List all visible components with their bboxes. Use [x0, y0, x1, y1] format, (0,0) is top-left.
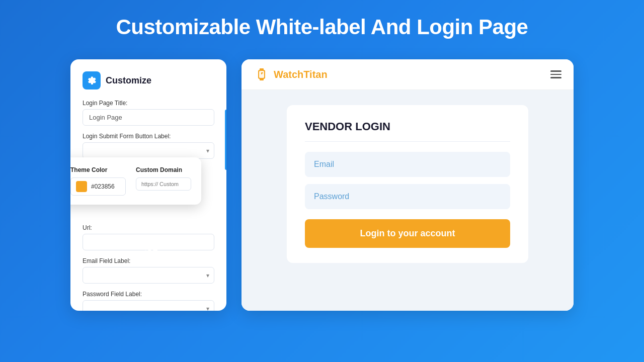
- svg-rect-2: [260, 68, 264, 70]
- login-card: VENDOR LOGIN Login to your account: [287, 105, 528, 263]
- login-nav: WatchTitan: [242, 59, 574, 90]
- password-select-wrapper: ▾: [83, 300, 214, 311]
- color-input-row[interactable]: #023856: [70, 177, 126, 196]
- svg-rect-3: [260, 78, 264, 80]
- email-field-label-field: Email Field Label: ▾: [83, 257, 214, 284]
- email-input[interactable]: [305, 152, 510, 177]
- brand-name-part2: Titan: [303, 69, 327, 80]
- login-content: VENDOR LOGIN Login to your account: [242, 90, 574, 311]
- divider-accent: [225, 110, 226, 170]
- login-panel: WatchTitan VENDOR LOGIN Login to your ac…: [242, 59, 574, 311]
- login-page-title-label: Login Page Title:: [83, 100, 214, 107]
- panels-container: Customize Login Page Title: Login Submit…: [70, 59, 574, 311]
- login-button[interactable]: Login to your account: [305, 219, 510, 248]
- custom-domain-field: Custom Domain: [136, 166, 191, 191]
- email-field-label-label: Email Field Label:: [83, 257, 214, 264]
- svg-rect-6: [261, 72, 263, 73]
- vendor-login-title: VENDOR LOGIN: [305, 120, 510, 142]
- custom-domain-input[interactable]: [136, 177, 191, 191]
- watch-icon: [254, 66, 270, 82]
- password-input[interactable]: [305, 184, 510, 209]
- customize-panel-title: Customize: [106, 75, 151, 86]
- color-value: #023856: [91, 183, 115, 190]
- theme-color-label: Theme Color: [70, 166, 126, 173]
- page-title: Customizable White-label And Login Page: [116, 15, 528, 39]
- customize-panel: Customize Login Page Title: Login Submit…: [70, 59, 226, 311]
- password-field-label-field: Password Field Label: ▾: [83, 291, 214, 311]
- floating-card-row: Theme Color #023856 Custom Domain: [70, 166, 191, 196]
- color-swatch: [76, 181, 87, 192]
- password-field-select[interactable]: [83, 300, 214, 311]
- login-page-title-input[interactable]: [83, 109, 214, 126]
- brand-name: WatchTitan: [274, 69, 328, 80]
- dashed-arrow: [116, 215, 166, 257]
- email-select-wrapper: ▾: [83, 267, 214, 284]
- hamburger-menu[interactable]: [550, 70, 561, 78]
- brand-logo: WatchTitan: [254, 66, 328, 82]
- login-submit-select[interactable]: [83, 142, 214, 159]
- floating-card: Theme Color #023856 Custom Domain: [70, 157, 201, 205]
- gear-icon: [83, 71, 101, 89]
- password-field-label-label: Password Field Label:: [83, 291, 214, 298]
- customize-header: Customize: [83, 71, 214, 89]
- login-submit-select-wrapper: ▾: [83, 142, 214, 159]
- login-page-title-field: Login Page Title:: [83, 100, 214, 126]
- theme-color-field: Theme Color #023856: [70, 166, 126, 196]
- brand-name-part1: Watch: [274, 69, 303, 80]
- login-submit-field: Login Submit Form Button Label: ▾: [83, 133, 214, 159]
- custom-domain-label: Custom Domain: [136, 166, 191, 173]
- hamburger-line-1: [550, 70, 561, 72]
- hamburger-line-3: [550, 77, 561, 78]
- login-submit-label: Login Submit Form Button Label:: [83, 133, 214, 140]
- email-field-select[interactable]: [83, 267, 214, 284]
- hamburger-line-2: [550, 74, 561, 75]
